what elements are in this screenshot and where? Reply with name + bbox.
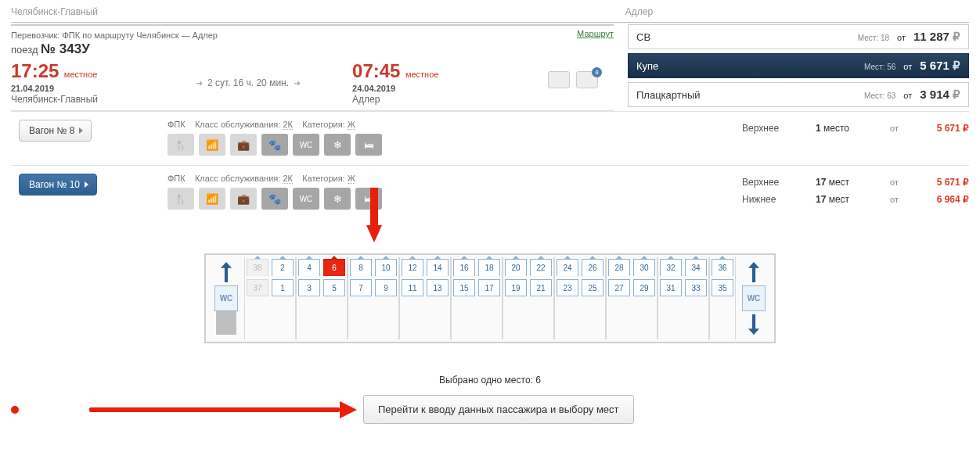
- pets-icon: 🐾: [261, 134, 288, 156]
- chevron-right-icon: [85, 181, 88, 188]
- seat-32[interactable]: 32: [660, 259, 682, 276]
- seat-29[interactable]: 29: [633, 279, 655, 296]
- fare-name: Плацкартный: [636, 89, 701, 101]
- seat-38: 38: [247, 259, 268, 276]
- seat-18[interactable]: 18: [478, 259, 500, 276]
- berth-label: Верхнее: [742, 174, 797, 191]
- seat-5[interactable]: 5: [323, 279, 345, 296]
- fare-price: 11 287 ₽: [913, 30, 960, 44]
- berth-price-row: Верхнее 17 мест от 5 671 ₽: [742, 174, 969, 191]
- seat-30[interactable]: 30: [633, 259, 655, 276]
- dep-time: 17:25: [11, 60, 59, 81]
- seat-19[interactable]: 19: [505, 279, 527, 296]
- fare-name: СВ: [636, 31, 650, 43]
- arr-time: 07:45: [352, 60, 400, 81]
- fare-from: от: [903, 91, 912, 100]
- berth-price-row: Нижнее 17 мест от 6 964 ₽: [742, 191, 969, 208]
- seat-9[interactable]: 9: [375, 279, 397, 296]
- direction-arrow-up-icon: [221, 262, 232, 282]
- annotation-arrow-tail: [11, 406, 19, 414]
- briefcase-icon: 💼: [230, 134, 257, 156]
- wc-left: WC: [214, 285, 239, 311]
- car-layout: WC 3823714635810791214111316181517202219…: [204, 253, 776, 343]
- seat-13[interactable]: 13: [427, 279, 449, 296]
- duration: 2 сут. 16 ч. 20 мин.: [191, 77, 305, 88]
- fare-price: 5 671 ₽: [920, 59, 960, 73]
- restaurant-icon: 🍴: [168, 188, 194, 210]
- pets-icon: 🐾: [261, 188, 288, 210]
- dep-date: 21.04.2019: [11, 84, 144, 93]
- seat-10[interactable]: 10: [375, 259, 397, 276]
- seat-26[interactable]: 26: [582, 259, 603, 276]
- dep-time-label: местное: [64, 70, 98, 79]
- seat-34[interactable]: 34: [685, 259, 707, 276]
- aircon-icon: ❄: [324, 188, 351, 210]
- seat-12[interactable]: 12: [402, 259, 423, 276]
- seat-2[interactable]: 2: [272, 259, 294, 276]
- seat-6[interactable]: 6: [323, 259, 345, 276]
- berth-label: Верхнее: [742, 120, 797, 137]
- wifi-icon: 📶: [199, 188, 225, 210]
- bedding-icon: 🛏: [355, 134, 382, 156]
- route-link[interactable]: Маршрут: [577, 29, 614, 38]
- wagon-8-button[interactable]: Вагон № 8: [19, 120, 92, 142]
- berth-count: 17 мест: [816, 191, 864, 208]
- seat-24[interactable]: 24: [557, 259, 578, 276]
- carrier-line: Перевозчик: ФПК по маршруту Челябинск — …: [11, 30, 614, 40]
- briefcase-icon: 💼: [230, 188, 257, 210]
- seat-27[interactable]: 27: [608, 279, 630, 296]
- chevron-right-icon: [79, 127, 83, 134]
- seat-17[interactable]: 17: [478, 279, 500, 296]
- wifi-icon: 📶: [199, 134, 225, 156]
- seat-1[interactable]: 1: [272, 279, 294, 296]
- annotation-arrow-head: [340, 401, 357, 418]
- wagon-10-meta: ФПК Класс обслуживания: 2К Категория: Ж: [168, 174, 742, 183]
- fare-from: от: [897, 33, 906, 42]
- fare-seats: Мест: 18: [858, 34, 889, 42]
- seat-22[interactable]: 22: [530, 259, 552, 276]
- fare-Купе[interactable]: Купе Мест: 56 от 5 671 ₽: [628, 53, 969, 78]
- seat-36[interactable]: 36: [712, 259, 733, 276]
- seat-23[interactable]: 23: [557, 279, 578, 296]
- proceed-button[interactable]: Перейти к вводу данных пассажира и выбор…: [363, 395, 634, 424]
- from-label: от: [883, 174, 899, 191]
- seat-4[interactable]: 4: [298, 259, 320, 276]
- seat-8[interactable]: 8: [350, 259, 372, 276]
- direction-arrow-up-icon: [748, 262, 759, 282]
- seat-28[interactable]: 28: [608, 259, 630, 276]
- seat-21[interactable]: 21: [530, 279, 552, 296]
- fare-seats: Мест: 56: [864, 63, 895, 71]
- from-label: от: [883, 191, 899, 208]
- seat-33[interactable]: 33: [685, 279, 707, 296]
- berth-price: 6 964 ₽: [917, 191, 969, 208]
- seat-16[interactable]: 16: [453, 259, 475, 276]
- seat-31[interactable]: 31: [660, 279, 682, 296]
- seat-3[interactable]: 3: [298, 279, 320, 296]
- seat-15[interactable]: 15: [453, 279, 475, 296]
- restaurant-icon: 🍴: [168, 134, 194, 156]
- berth-price-row: Верхнее 1 место от 5 671 ₽: [742, 120, 969, 137]
- seat-20[interactable]: 20: [505, 259, 527, 276]
- annotation-arrow-line: [89, 407, 340, 412]
- berth-count: 17 мест: [816, 174, 864, 191]
- berth-label: Нижнее: [742, 191, 797, 208]
- arr-city: Адлер: [352, 94, 485, 105]
- seat-7[interactable]: 7: [350, 279, 372, 296]
- fare-СВ[interactable]: СВ Мест: 18 от 11 287 ₽: [628, 24, 969, 49]
- prev-from-city: Челябинск-Главный: [11, 6, 98, 17]
- seat-25[interactable]: 25: [582, 279, 603, 296]
- fare-Плацкартный[interactable]: Плацкартный Мест: 63 от 3 914 ₽: [628, 82, 969, 107]
- fare-price: 3 914 ₽: [920, 88, 960, 102]
- dep-city: Челябинск-Главный: [11, 94, 144, 105]
- train-label: поезд: [11, 44, 38, 56]
- amenities: 🍴 📶 💼 🐾 WC ❄ 🛏: [168, 134, 742, 156]
- seat-11[interactable]: 11: [402, 279, 423, 296]
- berth-price: 5 671 ₽: [917, 174, 969, 191]
- fare-name: Купе: [636, 60, 658, 72]
- arr-date: 24.04.2019: [352, 84, 485, 93]
- wagon-8-meta: ФПК Класс обслуживания: 2К Категория: Ж: [168, 120, 742, 129]
- seat-14[interactable]: 14: [427, 259, 449, 276]
- wc-right: WC: [742, 285, 766, 311]
- wagon-10-button[interactable]: Вагон № 10: [19, 174, 97, 196]
- seat-35[interactable]: 35: [712, 279, 733, 296]
